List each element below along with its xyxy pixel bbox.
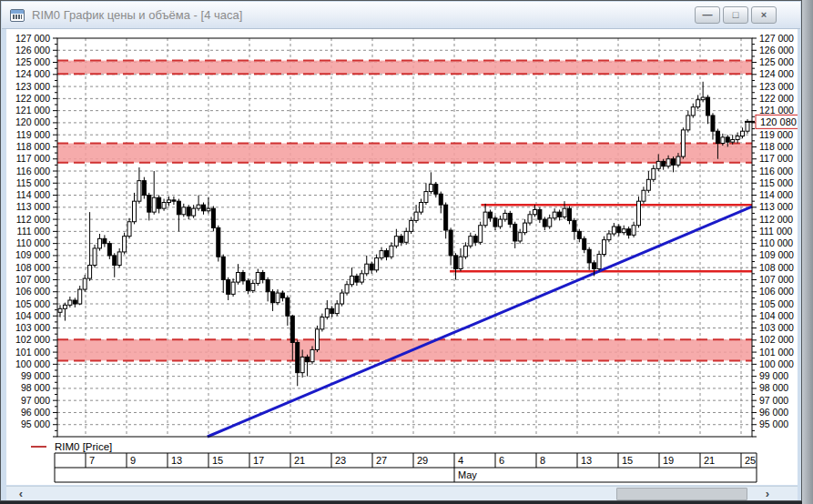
minimize-icon: — (703, 10, 713, 20)
svg-text:104 000: 104 000 (15, 310, 50, 321)
scroll-left-button[interactable]: ‹ (8, 488, 34, 500)
svg-text:117 000: 117 000 (16, 153, 50, 164)
svg-text:110 000: 110 000 (759, 237, 793, 248)
svg-text:111 000: 111 000 (17, 226, 51, 237)
svg-text:9: 9 (130, 455, 136, 466)
svg-text:100 000: 100 000 (759, 358, 794, 369)
svg-text:100 000: 100 000 (15, 358, 50, 369)
svg-text:112 000: 112 000 (759, 214, 793, 225)
svg-text:21: 21 (294, 455, 305, 466)
svg-text:107 000: 107 000 (759, 274, 794, 285)
svg-text:114 000: 114 000 (16, 189, 50, 200)
svg-text:125 000: 125 000 (15, 56, 50, 67)
svg-text:115 000: 115 000 (759, 177, 793, 188)
svg-text:102 000: 102 000 (759, 334, 794, 345)
svg-text:101 000: 101 000 (759, 347, 794, 358)
svg-text:29: 29 (417, 455, 428, 466)
svg-text:101 000: 101 000 (15, 347, 50, 358)
svg-text:127 000: 127 000 (15, 33, 50, 44)
chart-window: RIM0 График цены и объёма - [4 часа] — □… (0, 0, 802, 501)
svg-text:96 000: 96 000 (21, 407, 50, 418)
close-button[interactable]: × (751, 6, 777, 24)
svg-text:13: 13 (581, 455, 592, 466)
svg-text:23: 23 (335, 455, 346, 466)
date-axis-table: 79131517212327294681315192125May (55, 453, 757, 482)
icon-titlebar-stripe (11, 10, 24, 14)
scroll-right-icon: › (766, 487, 769, 500)
svg-text:104 000: 104 000 (759, 310, 794, 321)
svg-text:121 000: 121 000 (759, 105, 794, 116)
svg-text:120 000: 120 000 (15, 116, 50, 127)
svg-text:123 000: 123 000 (759, 81, 794, 92)
svg-text:27: 27 (376, 455, 387, 466)
svg-text:107 000: 107 000 (15, 274, 50, 285)
svg-text:110 000: 110 000 (16, 237, 50, 248)
window-controls: — □ × (695, 6, 777, 24)
svg-text:6: 6 (499, 455, 504, 466)
svg-text:99 000: 99 000 (759, 370, 788, 381)
svg-text:121 000: 121 000 (15, 105, 50, 116)
window-title: RIM0 График цены и объёма - [4 часа] (32, 8, 695, 22)
svg-text:117 000: 117 000 (759, 153, 793, 164)
close-icon: × (761, 10, 767, 20)
svg-text:98 000: 98 000 (21, 382, 50, 393)
svg-text:111 000: 111 000 (759, 226, 793, 237)
svg-text:112 000: 112 000 (16, 214, 50, 225)
svg-text:4: 4 (458, 455, 463, 466)
y-axis-left-labels: 95 00096 00097 00098 00099 000100 000101… (15, 33, 50, 430)
svg-text:17: 17 (253, 455, 264, 466)
svg-text:108 000: 108 000 (759, 262, 794, 273)
svg-text:102 000: 102 000 (15, 334, 50, 345)
svg-text:19: 19 (663, 455, 674, 466)
svg-text:106 000: 106 000 (15, 286, 50, 297)
svg-text:109 000: 109 000 (15, 249, 50, 260)
svg-text:127 000: 127 000 (759, 33, 794, 44)
svg-text:7: 7 (89, 455, 95, 466)
background-window-edge (802, 0, 813, 504)
horizontal-scrollbar[interactable]: ‹ › (6, 486, 798, 500)
svg-text:126 000: 126 000 (759, 45, 794, 55)
svg-text:120 080: 120 080 (760, 116, 797, 127)
svg-text:118 000: 118 000 (759, 141, 793, 152)
scroll-right-button[interactable]: › (755, 488, 780, 500)
svg-text:15: 15 (212, 455, 223, 466)
svg-text:106 000: 106 000 (759, 286, 794, 297)
svg-text:115 000: 115 000 (16, 177, 50, 188)
svg-text:109 000: 109 000 (759, 249, 794, 260)
price-chart-canvas[interactable]: 95 00096 00097 00098 00099 000100 000101… (6, 29, 798, 484)
svg-text:113 000: 113 000 (16, 201, 50, 212)
svg-text:13: 13 (171, 455, 182, 466)
minimize-button[interactable]: — (695, 6, 720, 24)
chart-client-area: 95 00096 00097 00098 00099 000100 000101… (6, 29, 798, 485)
icon-chart-bars (13, 15, 22, 19)
maximize-button[interactable]: □ (723, 6, 748, 24)
svg-text:118 000: 118 000 (16, 141, 50, 152)
scrollbar-thumb[interactable] (616, 488, 747, 500)
svg-text:124 000: 124 000 (15, 68, 50, 79)
y-axis-right-labels: 95 00096 00097 00098 00099 000100 000101… (759, 33, 794, 430)
svg-text:21: 21 (704, 455, 715, 466)
svg-text:119 000: 119 000 (16, 129, 50, 140)
svg-text:97 000: 97 000 (21, 395, 50, 406)
svg-text:8: 8 (540, 455, 545, 466)
svg-text:96 000: 96 000 (759, 407, 788, 418)
svg-text:105 000: 105 000 (759, 298, 794, 309)
app-chart-icon[interactable] (10, 9, 25, 22)
svg-text:123 000: 123 000 (15, 81, 50, 92)
scroll-left-icon: ‹ (19, 487, 23, 500)
svg-text:114 000: 114 000 (759, 189, 793, 200)
svg-text:99 000: 99 000 (21, 370, 50, 381)
svg-text:116 000: 116 000 (16, 166, 50, 176)
legend: RIM0 [Price] (31, 441, 112, 452)
svg-text:119 000: 119 000 (759, 129, 793, 140)
svg-text:May: May (458, 469, 477, 480)
svg-text:122 000: 122 000 (15, 93, 50, 104)
desktop-background: RIM0 График цены и объёма - [4 часа] — □… (0, 0, 813, 504)
titlebar[interactable]: RIM0 График цены и объёма - [4 часа] — □… (2, 2, 800, 29)
svg-text:125 000: 125 000 (759, 56, 794, 67)
svg-text:116 000: 116 000 (759, 166, 793, 176)
svg-text:25: 25 (745, 455, 756, 466)
svg-text:122 000: 122 000 (759, 93, 794, 104)
svg-text:98 000: 98 000 (759, 382, 788, 393)
svg-text:97 000: 97 000 (759, 395, 788, 406)
